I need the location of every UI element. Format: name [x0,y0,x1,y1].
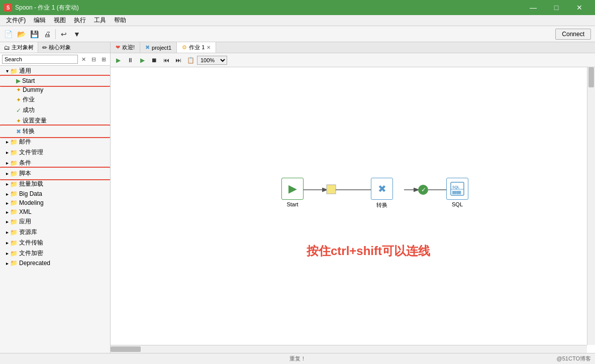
scroll-x[interactable] [111,345,587,353]
zoom-select[interactable]: 50% 75% 100% 125% 150% 200% [197,56,227,65]
tree-item-dummy[interactable]: ✦ Dummy [0,85,110,94]
tree-section-condition[interactable]: ▸ 📁 条件 [0,158,110,168]
new-button[interactable]: 📄 [2,28,14,40]
batchload-folder-icon: 📁 [10,181,18,188]
tab-main-tree[interactable]: 🗂 主对象树 [0,42,38,53]
toolbar-sep [55,29,56,39]
menu-file[interactable]: 文件(F) [2,15,30,26]
window-controls[interactable]: — □ ✕ [522,0,591,15]
tree-section-batchload[interactable]: ▸ 📁 批量加载 [0,179,110,189]
transform-icon: ✖ [16,128,21,135]
condition-expand-arrow[interactable]: ▸ [4,160,10,166]
tree-item-job[interactable]: ✦ 作业 [0,94,110,105]
tree-item-setvariable[interactable]: ✦ 设置变量 [0,115,110,126]
print-button[interactable]: 🖨 [41,28,53,40]
xml-expand-arrow[interactable]: ▸ [4,209,10,215]
run-button[interactable]: ▶ [113,55,124,66]
filemanage-expand-arrow[interactable]: ▸ [4,150,10,155]
batchload-expand-arrow[interactable]: ▸ [4,181,10,187]
node-transform[interactable]: ✖ 转换 [371,178,393,209]
tree-section-script[interactable]: ▸ 📁 脚本 [0,168,110,179]
tree-section-app[interactable]: ▸ 📁 应用 [0,216,110,227]
panel-tabs: 🗂 主对象树 ✏ 核心对象 [0,42,110,53]
start-node-box: ▶ [281,178,304,200]
job1-tab-close[interactable]: ✕ [207,45,211,50]
connect-button[interactable]: Connect [555,29,591,40]
undo-arrow[interactable]: ▼ [71,28,83,40]
tree-section-xml[interactable]: ▸ 📁 XML [0,207,110,216]
app-label: 应用 [19,217,31,226]
app-expand-arrow[interactable]: ▸ [4,219,10,224]
tab-welcome[interactable]: ❤ 欢迎! [111,42,140,53]
welcome-tab-label: 欢迎! [122,44,135,51]
search-input[interactable] [2,55,78,64]
xml-label: XML [19,208,32,215]
forward-button[interactable]: ⏭ [173,55,184,66]
copy-button[interactable]: 📋 [185,55,196,66]
main-toolbar: 📄 📂 💾 🖨 ↩ ▼ Connect [0,26,595,42]
tree-item-transform[interactable]: ✖ 转换 [0,126,110,137]
save-button[interactable]: 💾 [28,28,40,40]
search-clear-button[interactable]: ✕ [79,55,88,64]
open-button[interactable]: 📂 [15,28,27,40]
mail-label: 邮件 [19,138,31,146]
deprecated-expand-arrow[interactable]: ▸ [4,261,10,266]
menu-view[interactable]: 视图 [50,15,70,26]
job1-tab-icon: ⚙ [182,44,187,51]
filetransfer-expand-arrow[interactable]: ▸ [4,240,10,246]
tree-section-mail[interactable]: ▸ 📁 邮件 [0,137,110,147]
xml-folder-icon: 📁 [10,208,18,215]
repo-expand-arrow[interactable]: ▸ [4,229,10,235]
canvas-hint: 按住ctrl+shift可以连线 [307,243,430,259]
job-label: 作业 [23,95,35,104]
undo-button[interactable]: ↩ [58,28,70,40]
rewind-button[interactable]: ⏮ [161,55,172,66]
stop-button[interactable]: ⏹ [149,55,160,66]
tree-item-success[interactable]: ✓ 成功 [0,105,110,115]
menu-tools[interactable]: 工具 [90,15,110,26]
minimize-button[interactable]: — [522,0,545,15]
canvas-area[interactable]: ✓ ▶ Start ✖ 转换 [111,67,595,353]
bigdata-expand-arrow[interactable]: ▸ [4,191,10,197]
maximize-button[interactable]: □ [545,0,568,15]
tree-section-modeling[interactable]: ▸ 📁 Modeling [0,198,110,207]
tree-section-general[interactable]: ▾ 📁 通用 [0,66,110,76]
menu-execute[interactable]: 执行 [70,15,90,26]
script-expand-arrow[interactable]: ▸ [4,171,10,176]
job-icon: ✦ [16,96,21,103]
search-expand-button[interactable]: ⊞ [99,55,108,64]
svg-text:▓▓▓▓: ▓▓▓▓ [452,191,461,194]
pause-button[interactable]: ⏸ [125,55,136,66]
node-sql[interactable]: SQL ▓▓▓▓ SQL [446,178,468,207]
modeling-expand-arrow[interactable]: ▸ [4,200,10,206]
node-start[interactable]: ▶ Start [281,178,304,207]
fileencrypt-label: 文件加密 [19,249,43,258]
general-expand-arrow[interactable]: ▾ [4,68,10,74]
fileencrypt-expand-arrow[interactable]: ▸ [4,251,10,256]
start-label: Start [22,77,35,84]
tree-section-filemanage[interactable]: ▸ 📁 文件管理 [0,147,110,158]
transform-label: 转换 [23,127,35,136]
tree-section-bigdata[interactable]: ▸ 📁 Big Data [0,189,110,198]
tree-section-filetransfer[interactable]: ▸ 📁 文件传输 [0,237,110,248]
tree-section-fileencrypt[interactable]: ▸ 📁 文件加密 [0,248,110,259]
step-button[interactable]: ▶ [137,55,148,66]
menu-help[interactable]: 帮助 [110,15,130,26]
transform-node-label: 转换 [376,201,387,209]
tab-job1[interactable]: ⚙ 作业 1 ✕ [177,42,216,53]
search-collapse-button[interactable]: ⊟ [89,55,98,64]
tab-core-objects[interactable]: ✏ 核心对象 [38,42,75,53]
tree-container: ▾ 📁 通用 ▶ Start ✦ Dummy ✦ 作业 [0,66,110,353]
start-icon: ▶ [16,77,21,84]
close-button[interactable]: ✕ [568,0,591,15]
tab-project1[interactable]: ✖ project1 [140,42,177,53]
tree-section-repo[interactable]: ▸ 📁 资源库 [0,227,110,237]
tab-core-objects-label: 核心对象 [49,44,71,51]
scroll-y[interactable] [587,67,595,345]
tree-section-deprecated[interactable]: ▸ 📁 Deprecated [0,259,110,268]
tree-item-start[interactable]: ▶ Start [0,76,110,85]
menu-edit[interactable]: 编辑 [30,15,50,26]
deprecated-label: Deprecated [19,260,50,267]
mail-expand-arrow[interactable]: ▸ [4,139,10,145]
fileencrypt-folder-icon: 📁 [10,250,18,257]
